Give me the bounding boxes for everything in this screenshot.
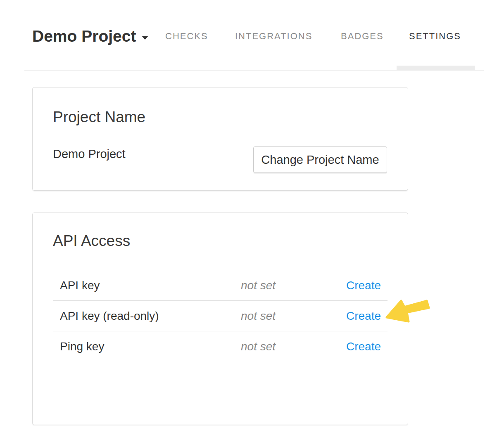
api-key-value: not set	[241, 340, 340, 353]
create-key-link[interactable]: Create	[346, 340, 381, 353]
tab-badges[interactable]: BADGES	[341, 31, 384, 42]
top-navigation: Demo Project CHECKSINTEGRATIONSBADGESSET…	[0, 0, 504, 71]
api-key-value: not set	[241, 279, 340, 292]
caret-down-icon	[142, 36, 148, 40]
project-switcher[interactable]: Demo Project	[32, 27, 148, 45]
tab-settings[interactable]: SETTINGS	[409, 31, 461, 42]
create-key-link[interactable]: Create	[346, 279, 381, 292]
api-keys-table: API key not set Create API key (read-onl…	[53, 270, 388, 361]
table-row: API key (read-only) not set Create	[53, 300, 388, 331]
project-name-card: Project Name Demo Project Change Project…	[32, 87, 408, 191]
api-key-label: API key (read-only)	[53, 309, 241, 323]
tab-integrations[interactable]: INTEGRATIONS	[235, 31, 312, 42]
page-title: Demo Project	[32, 27, 136, 45]
arrow-pointing-left-icon	[382, 297, 432, 324]
api-key-action-cell: Create	[340, 309, 388, 323]
api-key-value: not set	[241, 309, 340, 323]
api-key-action-cell: Create	[340, 340, 388, 353]
api-access-card-title: API Access	[53, 232, 130, 250]
tab-checks[interactable]: CHECKS	[165, 31, 208, 42]
current-project-name: Demo Project	[53, 147, 126, 161]
table-row: Ping key not set Create	[53, 331, 388, 361]
change-project-name-button[interactable]: Change Project Name	[253, 146, 387, 173]
api-key-label: API key	[53, 279, 241, 292]
api-access-card: API Access API key not set Create API ke…	[32, 213, 408, 425]
api-key-label: Ping key	[53, 340, 241, 353]
api-key-action-cell: Create	[340, 279, 388, 292]
project-name-card-title: Project Name	[53, 109, 145, 126]
table-row: API key not set Create	[53, 270, 388, 300]
nav-divider	[24, 70, 484, 71]
create-key-link[interactable]: Create	[346, 309, 381, 322]
